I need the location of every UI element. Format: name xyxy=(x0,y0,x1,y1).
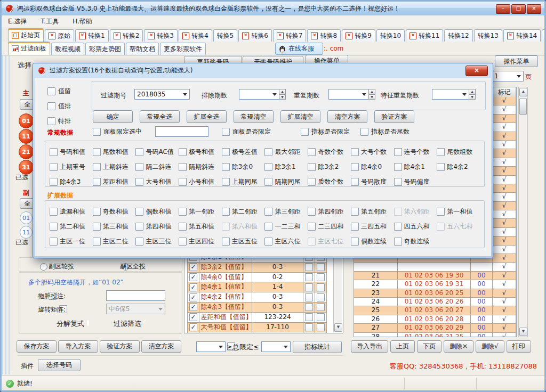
indicator-is-tail-checkbox[interactable] xyxy=(360,128,368,136)
period-select[interactable]: 2018035 xyxy=(134,89,190,100)
extended-grid-item[interactable]: 偶数和值 xyxy=(135,206,179,217)
blue-ball[interactable]: 11 xyxy=(20,226,33,239)
indicator-is-limited-checkbox[interactable] xyxy=(301,128,309,136)
filter-row-flag2-checkbox[interactable] xyxy=(317,323,325,331)
online-service-button[interactable]: 在线客服 xyxy=(275,43,323,55)
table-nav-button[interactable]: 删除× xyxy=(444,340,473,353)
extended-grid-item[interactable]: 主区五位 xyxy=(222,236,265,247)
regular-grid-item[interactable]: 上期斜连 xyxy=(93,161,136,172)
left-splitter[interactable] xyxy=(2,56,11,374)
table-nav-button[interactable]: 删除√ xyxy=(476,340,504,353)
table-row[interactable]: 27 01 02 03 06 20 29 00 √ xyxy=(354,324,516,332)
grid-checkbox[interactable] xyxy=(437,223,445,231)
tab-conversion[interactable]: 转换15 xyxy=(542,29,546,42)
grid-checkbox[interactable] xyxy=(308,208,316,216)
scheme-button[interactable]: 保存方案 xyxy=(17,340,57,353)
grid-checkbox[interactable] xyxy=(264,208,272,216)
tab-conversion[interactable]: 转换12 xyxy=(444,29,472,42)
regular-grid-item[interactable]: 除3余0 xyxy=(222,161,265,172)
extended-grid-item[interactable]: 第二和值 xyxy=(50,221,93,232)
filter-row[interactable]: 除4余1【值留】 1-4 xyxy=(187,282,327,292)
grid-checkbox[interactable] xyxy=(135,208,143,216)
panel-limit-selected-check[interactable]: 面板限定选中 xyxy=(93,127,142,136)
grid-checkbox[interactable] xyxy=(93,238,101,246)
filter-row-flag1-checkbox[interactable] xyxy=(305,283,313,291)
tab-conversion[interactable]: 原始 xyxy=(45,29,74,42)
grid-checkbox[interactable] xyxy=(93,223,101,231)
side-checkbox[interactable] xyxy=(47,117,55,125)
extended-grid-item[interactable]: 第六邻距 xyxy=(394,206,437,217)
grid-checkbox[interactable] xyxy=(264,178,272,186)
scroll-up-icon[interactable]: ▲ xyxy=(519,88,527,96)
grid-checkbox[interactable] xyxy=(93,148,101,156)
grid-checkbox[interactable] xyxy=(437,148,445,156)
extended-grid-item[interactable]: 第六和值 xyxy=(222,221,265,232)
tab-conversion[interactable]: 起始页 xyxy=(8,28,44,42)
extended-grid-item[interactable]: 第一邻距 xyxy=(179,206,222,217)
filter-row-flag2-checkbox[interactable] xyxy=(317,303,325,311)
grid-checkbox[interactable] xyxy=(222,223,230,231)
red-ball[interactable]: 21 xyxy=(19,144,34,159)
tab-conversion[interactable]: 转换2 xyxy=(110,29,143,42)
side-check[interactable]: 值留 xyxy=(47,87,71,96)
regular-grid-item[interactable]: 上期重号 xyxy=(50,161,93,172)
indicator-is-limited-check[interactable]: 指标是否限定 xyxy=(301,127,350,136)
regular-grid-item[interactable]: 极号差值 xyxy=(222,146,265,157)
side-check[interactable]: 值排 xyxy=(47,102,71,111)
tab-conversion[interactable]: 转换10 xyxy=(376,29,405,42)
filter-row[interactable]: 除4余2【值留】 0-3 xyxy=(187,292,327,303)
regular-grid-item[interactable]: 奇数个数 xyxy=(308,146,351,157)
sub-rotate-radio[interactable] xyxy=(40,263,47,271)
regular-grid-item[interactable]: 上期同尾 xyxy=(222,176,265,187)
red-ball[interactable]: 01 xyxy=(19,113,34,128)
grid-checkbox[interactable] xyxy=(351,178,359,186)
regular-grid-item[interactable]: 小号和值 xyxy=(179,176,222,187)
tab-conversion[interactable]: 转换9 xyxy=(342,29,375,42)
filter-row-flag1-checkbox[interactable] xyxy=(305,323,313,331)
tab-conversion[interactable]: 转换3 xyxy=(144,29,178,42)
grid-checkbox[interactable] xyxy=(50,208,58,216)
indicator-stats-button[interactable]: 指标统计 xyxy=(293,341,342,353)
grid-checkbox[interactable] xyxy=(437,208,445,216)
feature-repeat-spinner[interactable]: ▲▼ xyxy=(469,89,476,100)
grid-checkbox[interactable] xyxy=(50,238,58,246)
extended-grid-item[interactable]: 主区一位 xyxy=(50,236,93,247)
grid-checkbox[interactable] xyxy=(222,148,230,156)
extended-grid-item[interactable]: 遗漏和值 xyxy=(50,206,93,217)
filter-row-checkbox[interactable] xyxy=(189,283,197,291)
side-checkbox[interactable] xyxy=(47,102,55,110)
regular-grid-item[interactable]: 连号个数 xyxy=(394,146,437,157)
extended-grid-item[interactable]: 第二邻距 xyxy=(222,206,265,217)
filter-row-flag2-checkbox[interactable] xyxy=(317,313,325,321)
grid-checkbox[interactable] xyxy=(179,178,187,186)
grid-checkbox[interactable] xyxy=(135,163,143,171)
regular-grid-item[interactable]: 除4余0 xyxy=(351,161,394,172)
maximize-button[interactable]: □ xyxy=(511,4,526,14)
tab-panel[interactable]: 更多彩票软件 xyxy=(160,43,206,55)
regular-grid-item[interactable]: 号码AC值 xyxy=(135,146,179,157)
grid-checkbox[interactable] xyxy=(351,163,359,171)
grid-checkbox[interactable] xyxy=(351,238,359,246)
grid-checkbox[interactable] xyxy=(179,208,187,216)
extended-grid-item[interactable]: 主区七位 xyxy=(308,236,351,247)
scroll-down-icon[interactable]: ▼ xyxy=(334,323,342,332)
tab-panel[interactable]: 教程视频 xyxy=(51,43,84,55)
filter-row-flag1-checkbox[interactable] xyxy=(305,303,313,311)
grid-checkbox[interactable] xyxy=(222,238,230,246)
extended-grid-item[interactable]: 五六七和 xyxy=(437,221,480,232)
right-action-menu-button[interactable]: 操作菜单 xyxy=(495,55,538,67)
regular-grid-item[interactable]: 尾数和值 xyxy=(93,146,136,157)
table-row[interactable]: 22 01 02 03 06 19 31 00 √ xyxy=(354,280,516,289)
regular-grid-item[interactable]: 除3余1 xyxy=(264,161,308,172)
table-row[interactable]: 21 01 02 03 06 19 30 00 √ xyxy=(354,272,516,280)
grid-checkbox[interactable] xyxy=(264,148,272,156)
exclude-spinner[interactable]: ▲▼ xyxy=(279,89,286,100)
extended-grid-item[interactable]: 主区六位 xyxy=(264,236,308,247)
extended-grid-item[interactable]: 偶数连续 xyxy=(351,236,394,247)
table-row[interactable]: √ xyxy=(354,263,516,271)
panel-limit-selected-checkbox[interactable] xyxy=(93,128,101,136)
total-limit-max-select[interactable] xyxy=(261,341,291,352)
minimize-button[interactable]: – xyxy=(496,4,510,14)
regular-grid-item[interactable]: 号码偏度 xyxy=(394,176,437,187)
grid-checkbox[interactable] xyxy=(264,163,272,171)
